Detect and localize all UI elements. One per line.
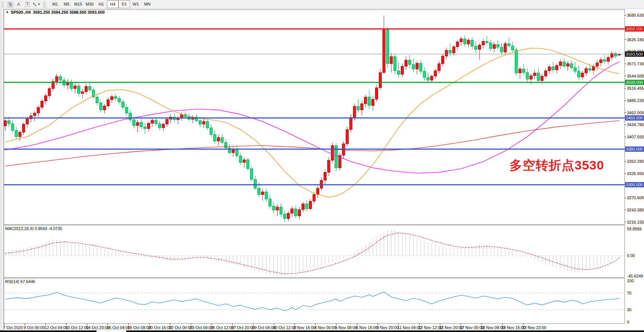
time-axis-label: 23 Oct 08:00 xyxy=(190,325,213,330)
cursor-tool-icon[interactable]: ▼ xyxy=(32,1,40,8)
time-axis-label: 27 Oct 20:00 xyxy=(231,325,255,330)
time-axis-label: 26 Oct 12:00 xyxy=(211,325,234,330)
price-tick-label: 3462.005 xyxy=(627,111,644,115)
mt4-window: FF A T ▼ M1M5M15M30H1H4D1W1MN 3680.63036… xyxy=(0,0,644,332)
price-badge-label: 3300.000 xyxy=(626,183,643,187)
candle-body xyxy=(151,120,154,123)
candle-body xyxy=(464,39,466,44)
candle-body xyxy=(22,124,25,132)
rsi-scale-label: 70 xyxy=(627,291,631,295)
toolbar-grip[interactable] xyxy=(1,1,4,8)
candle-body xyxy=(118,98,120,102)
price-tick-label: 3407.555 xyxy=(627,135,644,139)
symbol-label: SP500-,H4 xyxy=(11,10,31,14)
candle-body xyxy=(548,67,551,71)
candle-body xyxy=(309,201,312,208)
candle-body xyxy=(556,65,558,70)
candle-body xyxy=(559,62,562,66)
candle-body xyxy=(563,62,565,66)
candle-body xyxy=(250,169,253,180)
time-axis-label: 22 Nov 23:00 xyxy=(522,325,546,330)
candle-body xyxy=(221,138,224,142)
candle-body xyxy=(552,67,554,70)
candle-body xyxy=(412,65,414,69)
candle-body xyxy=(247,160,249,169)
candle-body xyxy=(261,192,264,194)
candle-body xyxy=(136,122,139,125)
candle-body xyxy=(210,128,212,134)
candle-body xyxy=(438,64,440,71)
timeframe-button-w1[interactable]: W1 xyxy=(130,0,142,8)
candle-body xyxy=(147,123,150,128)
time-axis-label: 12 Oct 04:00 xyxy=(45,325,68,330)
chart-grid-icon[interactable]: FF xyxy=(6,1,14,8)
timeframe-button-mn[interactable]: MN xyxy=(142,0,153,8)
candle-body xyxy=(379,73,381,88)
candle-body xyxy=(493,45,495,49)
candle-body xyxy=(291,209,293,213)
candle-body xyxy=(107,100,110,106)
timeframe-button-m1[interactable]: M1 xyxy=(49,0,61,8)
candle-body xyxy=(298,210,301,216)
candle-body xyxy=(383,30,385,72)
candle-body xyxy=(144,127,146,129)
window-bottom-bar-left xyxy=(0,331,97,332)
time-axis-label: 4 Nov 00:00 xyxy=(315,325,336,330)
candle-body xyxy=(614,53,617,56)
price-tick-label: 3434.780 xyxy=(627,122,644,127)
candle-body xyxy=(15,131,17,137)
price-tick-label: 3489.230 xyxy=(627,98,644,103)
candle-body xyxy=(202,122,205,124)
candle-body xyxy=(478,45,481,49)
candle-body xyxy=(162,124,165,128)
timeframe-button-h4[interactable]: H4 xyxy=(107,0,118,8)
timeframe-button-m30[interactable]: M30 xyxy=(84,0,95,8)
candle-body xyxy=(111,96,113,99)
candle-body xyxy=(81,92,84,93)
candle-body xyxy=(515,50,518,73)
candle-body xyxy=(508,44,510,46)
label-tool-icon[interactable]: A xyxy=(14,1,23,8)
dropdown-caret-icon[interactable]: ▼ xyxy=(38,3,40,6)
toolbar: FF A T ▼ M1M5M15M30H1H4D1W1MN xyxy=(0,0,644,9)
candle-body xyxy=(88,86,91,90)
candle-body xyxy=(467,40,470,44)
candle-body xyxy=(85,86,87,92)
rsi-panel-frame xyxy=(4,278,625,323)
candle-body xyxy=(283,214,286,218)
candle-body xyxy=(7,121,10,124)
timeframe-button-d1[interactable]: D1 xyxy=(118,0,130,8)
chart-annotation-text: 多空转折点3530 xyxy=(510,157,604,174)
candle-body xyxy=(305,204,308,209)
candle-body xyxy=(570,64,573,68)
rsi-scale-label: 100 xyxy=(627,279,634,283)
candle-body xyxy=(276,207,279,210)
timeframe-button-m15[interactable]: M15 xyxy=(72,0,84,8)
candle-body xyxy=(578,71,580,77)
candle-body xyxy=(390,56,393,63)
candle-body xyxy=(225,142,227,148)
symbol-ohlc-row[interactable]: ▼SP500-,H4 3591.250 3594.250 3588.500 35… xyxy=(5,10,105,14)
candle-body xyxy=(239,156,242,162)
candle-body xyxy=(430,76,433,80)
candle-body xyxy=(313,194,315,201)
candle-body xyxy=(59,76,62,80)
candle-body xyxy=(511,46,514,50)
candle-body xyxy=(375,88,378,99)
timeframe-button-h1[interactable]: H1 xyxy=(95,0,107,8)
candle-body xyxy=(434,71,437,76)
candle-body xyxy=(530,76,532,79)
price-tick-label: 3680.630 xyxy=(627,13,644,17)
time-axis-label: 9 Oct 00:00 xyxy=(24,325,45,330)
macd-panel-frame xyxy=(4,225,625,277)
toolbar-grip2[interactable] xyxy=(43,1,46,8)
candle-body xyxy=(537,73,540,80)
candle-body xyxy=(394,56,396,70)
text-tool-icon[interactable]: T xyxy=(23,1,32,8)
candle-body xyxy=(607,57,609,62)
candle-body xyxy=(353,106,356,118)
collapse-triangle-icon[interactable]: ▼ xyxy=(6,10,9,14)
move-arrows-icon xyxy=(32,2,37,7)
candle-body xyxy=(596,63,598,66)
timeframe-button-m5[interactable]: M5 xyxy=(61,0,72,8)
